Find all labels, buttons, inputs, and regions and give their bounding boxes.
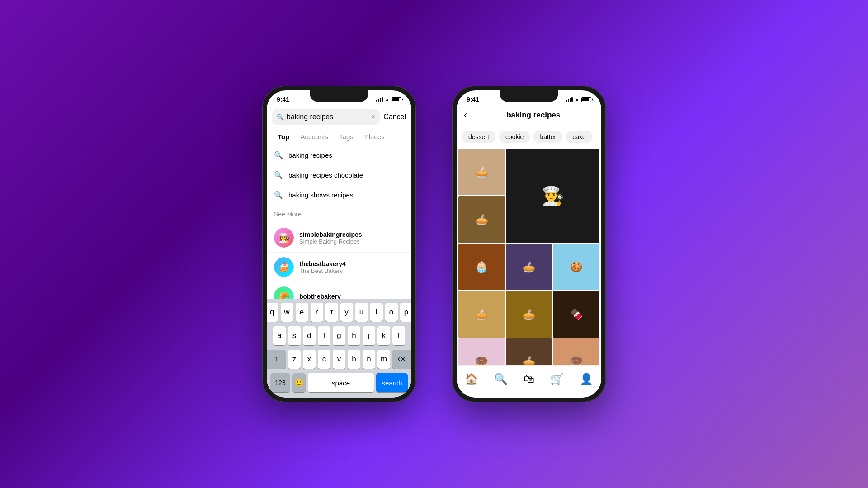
signal-bar-2-3 (570, 98, 571, 102)
chip-batter[interactable]: batter (533, 131, 562, 143)
key-emoji[interactable]: 🙂 (292, 373, 306, 392)
kb-row-2: a s d f g h j k l (269, 326, 410, 345)
key-a[interactable]: a (273, 326, 286, 345)
photo-2[interactable]: 👨‍🍳 (506, 149, 599, 243)
suggestion-list: 🔍 baking recipes 🔍 baking recipes chocol… (267, 145, 411, 205)
key-g[interactable]: g (333, 326, 345, 345)
search-input[interactable]: baking recipes (287, 113, 368, 121)
photo-7-emoji: 🥧 (475, 308, 488, 321)
clear-icon[interactable]: × (371, 113, 375, 121)
chip-dessert[interactable]: dessert (462, 131, 495, 143)
suggestion-item-2[interactable]: 🔍 baking recipes chocolate (267, 165, 411, 185)
account-item-2[interactable]: 🍰 thebestbakery4 The Best Bakery (267, 253, 411, 282)
kb-row-1: q w e r t y u i o p (269, 303, 410, 322)
photo-8-emoji: 🥧 (522, 308, 536, 321)
account-item-1[interactable]: 👩‍🍳 simplebakingrecipes Simple Baking Re… (267, 223, 411, 253)
wifi-icon: ▲ (385, 97, 390, 102)
back-button[interactable]: ‹ (464, 109, 467, 121)
key-p[interactable]: p (400, 303, 412, 322)
signal-icon (376, 97, 383, 102)
photo-3[interactable]: 🥧 (458, 196, 505, 243)
photo-6[interactable]: 🍪 (553, 244, 599, 291)
status-icons-1: ▲ (376, 97, 401, 102)
notch (310, 90, 368, 102)
account-username-2: thebestbakery4 (299, 260, 346, 267)
chip-cookie[interactable]: cookie (499, 131, 530, 143)
key-m[interactable]: m (377, 350, 390, 369)
key-u[interactable]: u (355, 303, 368, 322)
battery-icon (392, 97, 401, 102)
signal-bar-2 (378, 99, 379, 102)
tab-tags[interactable]: Tags (334, 128, 359, 145)
search-box[interactable]: 🔍 baking recipes × (272, 109, 380, 125)
suggestion-item-3[interactable]: 🔍 baking shows recipes (267, 185, 411, 205)
key-search[interactable]: search (376, 373, 408, 392)
status-time-1: 9:41 (277, 96, 289, 103)
key-i[interactable]: i (370, 303, 383, 322)
key-z[interactable]: z (288, 350, 301, 369)
key-t[interactable]: t (326, 303, 338, 322)
key-space[interactable]: space (308, 373, 374, 392)
key-s[interactable]: s (288, 326, 301, 345)
nav-home[interactable]: 🏠 (465, 373, 478, 385)
key-x[interactable]: x (303, 350, 316, 369)
tabs-bar: Top Accounts Tags Places (267, 128, 411, 145)
key-d[interactable]: d (303, 326, 316, 345)
photo-7[interactable]: 🥧 (458, 291, 505, 338)
key-k[interactable]: k (377, 326, 390, 345)
photo-9[interactable]: 🍫 (553, 291, 599, 338)
nav-shop[interactable]: 🛍 (524, 373, 534, 385)
nav-profile[interactable]: 👤 (580, 373, 593, 385)
key-l[interactable]: l (392, 326, 405, 345)
photo-3-emoji: 🥧 (475, 213, 489, 226)
cancel-button[interactable]: Cancel (383, 113, 406, 121)
photo-2-emoji: 👨‍🍳 (542, 185, 564, 206)
battery-fill (392, 98, 399, 101)
key-f[interactable]: f (318, 326, 330, 345)
key-n[interactable]: n (363, 350, 375, 369)
key-j[interactable]: j (363, 326, 375, 345)
key-shift[interactable]: ⇧ (267, 350, 286, 369)
photo-5[interactable]: 🥧 (506, 244, 552, 291)
tab-accounts[interactable]: Accounts (295, 128, 334, 145)
key-123[interactable]: 123 (270, 373, 290, 392)
key-c[interactable]: c (318, 350, 330, 369)
tab-top[interactable]: Top (272, 128, 295, 145)
key-w[interactable]: w (281, 303, 293, 322)
tab-places[interactable]: Places (359, 128, 390, 145)
suggestion-item-1[interactable]: 🔍 baking recipes (267, 145, 411, 165)
account-info-2: thebestbakery4 The Best Bakery (299, 260, 346, 274)
kb-row-3: ⇧ z x c v b n m ⌫ (269, 350, 410, 369)
nav-cart[interactable]: 🛒 (550, 373, 564, 385)
photo-grid-container: 🥧 🥧 👨‍🍳 🧁 🥧 🍪 (457, 149, 601, 385)
key-v[interactable]: v (333, 350, 345, 369)
search-container: 🔍 baking recipes × Cancel (267, 106, 411, 128)
key-b[interactable]: b (348, 350, 360, 369)
key-y[interactable]: y (340, 303, 353, 322)
avatar-1: 👩‍🍳 (274, 228, 294, 248)
photo-4[interactable]: 🧁 (458, 244, 505, 291)
chip-cake[interactable]: cake (566, 131, 592, 143)
results-header: ‹ baking recipes (457, 106, 601, 125)
signal-bar-1 (376, 100, 377, 102)
nav-search[interactable]: 🔍 (494, 373, 508, 385)
key-h[interactable]: h (348, 326, 360, 345)
key-r[interactable]: r (311, 303, 323, 322)
keyboard: q w e r t y u i o p a s d f g h j k (267, 299, 411, 398)
notch-2 (500, 90, 558, 102)
photo-1[interactable]: 🥧 (458, 149, 505, 195)
status-icons-2: ▲ (566, 97, 591, 102)
suggestion-text-1: baking recipes (288, 151, 332, 159)
search-suggest-icon-2: 🔍 (274, 171, 283, 179)
key-q[interactable]: q (267, 303, 278, 322)
avatar-img-1: 👩‍🍳 (274, 228, 294, 248)
key-o[interactable]: o (385, 303, 398, 322)
key-delete[interactable]: ⌫ (392, 350, 411, 369)
phone-1: 9:41 ▲ 🔍 baking recipes × (262, 86, 416, 402)
see-more[interactable]: See More... (267, 205, 411, 223)
status-time-2: 9:41 (467, 96, 479, 103)
key-e[interactable]: e (296, 303, 308, 322)
photo-4-emoji: 🧁 (475, 261, 488, 273)
signal-bar-2-1 (566, 100, 567, 102)
photo-8[interactable]: 🥧 (506, 291, 552, 338)
